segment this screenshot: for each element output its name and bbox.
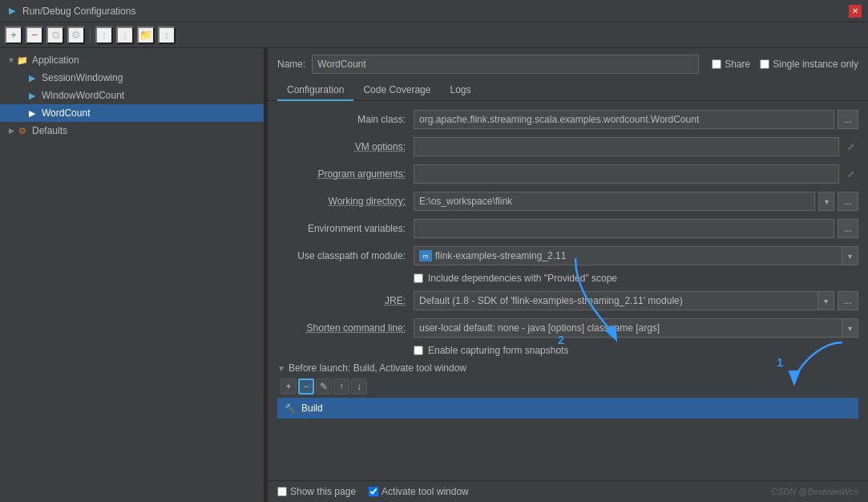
before-launch-down-button[interactable]: ↓	[351, 379, 367, 395]
right-panel: Name: Share Single instance only Configu…	[268, 48, 868, 502]
vm-options-expand-icon[interactable]: ⤢	[842, 139, 858, 155]
activate-tool-group: Activate tool window	[369, 486, 469, 497]
include-deps-row: Include dependencies with "Provided" sco…	[277, 273, 858, 284]
application-label: Application	[32, 55, 79, 66]
content-area: Main class: ... VM options: ⤢ Program ar…	[268, 101, 868, 480]
tab-configuration[interactable]: Configuration	[277, 80, 353, 101]
before-launch-add-button[interactable]: +	[281, 379, 297, 395]
main-class-row: Main class: ...	[277, 109, 858, 130]
tree-application-group[interactable]: ▼ 📁 Application	[0, 51, 264, 69]
tree-panel: ▼ 📁 Application ▶ SessionWindowing ▶ Win…	[0, 48, 264, 502]
before-launch-toolbar: + − ✎ ↑ ↓	[277, 379, 858, 395]
copy-config-button[interactable]: ⧉	[46, 26, 64, 44]
include-deps-checkbox[interactable]	[414, 273, 423, 283]
jre-label: JRE:	[277, 295, 414, 306]
title-bar-text: Run/Debug Configurations	[22, 6, 849, 17]
before-launch-title: Before launch: Build, Activate tool wind…	[289, 362, 466, 374]
env-vars-input[interactable]	[414, 219, 834, 238]
main-class-input-wrap: ...	[414, 110, 858, 129]
program-args-expand-icon[interactable]: ⤢	[842, 166, 858, 182]
activate-tool-checkbox[interactable]	[369, 487, 378, 496]
activate-tool-label: Activate tool window	[382, 486, 469, 497]
tree-arrow-defaults: ▶	[6, 126, 16, 136]
bottom-bar: Show this page Activate tool window CSDN…	[268, 480, 868, 502]
working-dir-input[interactable]	[414, 192, 815, 211]
program-args-input[interactable]	[414, 164, 839, 184]
name-input[interactable]	[312, 55, 699, 74]
application-folder-icon: 📁	[16, 54, 29, 67]
shorten-cmd-dropdown-button[interactable]: ▾	[842, 318, 858, 338]
main-class-input[interactable]	[414, 110, 834, 129]
main-class-browse-button[interactable]: ...	[838, 110, 858, 129]
tree-item-sessionwindowing[interactable]: ▶ SessionWindowing	[0, 69, 264, 87]
main-layout: ▼ 📁 Application ▶ SessionWindowing ▶ Win…	[0, 48, 868, 502]
share-label: Share	[725, 59, 750, 70]
tree-arrow-application: ▼	[6, 55, 16, 65]
module-value: flink-examples-streaming_2.11	[435, 250, 837, 261]
jre-dropdown-button[interactable]: ▾	[818, 291, 834, 310]
remove-config-button[interactable]: −	[26, 26, 43, 44]
jre-input[interactable]	[414, 291, 818, 310]
classpath-dropdown-button[interactable]: ▾	[842, 246, 858, 265]
build-list-item[interactable]: 🔨 Build	[277, 398, 858, 419]
shorten-cmd-row: Shorten command line: ▾	[277, 318, 858, 338]
working-dir-label: Working directory:	[277, 196, 414, 207]
wordcount-icon: ▶	[26, 107, 38, 119]
move-up-button[interactable]: ↑	[95, 26, 113, 44]
show-page-group: Show this page	[277, 486, 356, 497]
tree-item-windowwordcount[interactable]: ▶ WindowWordCount	[0, 87, 264, 104]
before-launch-edit-button[interactable]: ✎	[316, 379, 332, 395]
windowwordcount-label: WindowWordCount	[42, 90, 124, 101]
working-dir-row: Working directory: ▾ ...	[277, 191, 858, 212]
classpath-label: Use classpath of module:	[277, 250, 414, 261]
env-vars-row: Environment variables: ...	[277, 218, 858, 239]
env-vars-browse-button[interactable]: ...	[838, 219, 858, 238]
enable-capturing-checkbox[interactable]	[414, 346, 423, 355]
share-checkbox[interactable]	[712, 59, 721, 69]
tab-code-coverage[interactable]: Code Coverage	[353, 80, 440, 101]
name-right-options: Share Single instance only	[712, 59, 858, 70]
jre-select-wrap: ▾ ...	[414, 291, 858, 310]
main-class-label: Main class:	[277, 114, 414, 125]
before-launch-up-button[interactable]: ↑	[333, 379, 349, 395]
tab-logs[interactable]: Logs	[440, 80, 480, 101]
include-deps-label: Include dependencies with "Provided" sco…	[428, 273, 617, 284]
working-dir-dropdown-button[interactable]: ▾	[818, 192, 834, 211]
single-instance-checkbox[interactable]	[760, 59, 769, 69]
enable-capturing-label: Enable capturing form snapshots	[428, 345, 568, 356]
classpath-row: Use classpath of module: m flink-example…	[277, 245, 858, 266]
classpath-select-wrap: m flink-examples-streaming_2.11 ▾	[414, 246, 858, 265]
add-config-button[interactable]: +	[5, 26, 22, 44]
program-args-row: Program arguments: ⤢	[277, 164, 858, 184]
shorten-cmd-select-wrap: ▾	[414, 318, 858, 338]
vm-options-input[interactable]	[414, 137, 839, 156]
vm-options-row: VM options: ⤢	[277, 136, 858, 157]
close-button[interactable]: ✕	[849, 5, 862, 18]
name-row: Name: Share Single instance only	[268, 48, 868, 80]
working-dir-browse-button[interactable]: ...	[838, 192, 858, 211]
program-args-input-wrap: ⤢	[414, 164, 858, 184]
before-launch-remove-button[interactable]: −	[298, 379, 314, 395]
title-bar-icon: ▶	[6, 6, 18, 17]
tree-item-defaults[interactable]: ▶ ⚙ Defaults	[0, 122, 264, 140]
program-args-label: Program arguments:	[277, 168, 414, 180]
wordcount-label: WordCount	[42, 107, 90, 119]
move-down-button[interactable]: ↓	[116, 26, 134, 44]
sessionwindowing-label: SessionWindowing	[42, 72, 123, 83]
name-label: Name:	[277, 59, 305, 70]
working-dir-input-wrap: ▾ ...	[414, 192, 858, 211]
before-launch-section: 1 2	[277, 362, 858, 419]
settings-button[interactable]: ⚙	[67, 26, 85, 44]
folder-button[interactable]: 📁	[137, 26, 155, 44]
single-instance-group: Single instance only	[760, 59, 858, 70]
jre-browse-button[interactable]: ...	[838, 291, 858, 310]
sort-button[interactable]: ↕	[158, 26, 176, 44]
title-bar: ▶ Run/Debug Configurations ✕	[0, 0, 868, 22]
shorten-cmd-input[interactable]	[414, 318, 842, 338]
toolbar-separator-1	[90, 28, 91, 43]
share-checkbox-group: Share	[712, 59, 750, 70]
show-page-checkbox[interactable]	[277, 487, 287, 496]
tree-item-wordcount[interactable]: ▶ WordCount	[0, 104, 264, 122]
watermark-text: CSDN @BestownWcs	[771, 487, 858, 496]
section-collapse-arrow[interactable]: ▼	[277, 364, 285, 373]
